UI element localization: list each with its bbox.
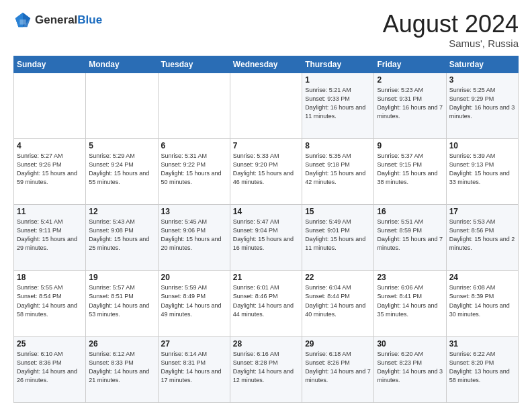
weekday-header-wednesday: Wednesday xyxy=(230,56,302,73)
month-year: August 2024 xyxy=(383,11,519,38)
day-info: Sunrise: 5:45 AMSunset: 9:06 PMDaylight:… xyxy=(161,218,227,253)
day-info: Sunrise: 6:16 AMSunset: 8:28 PMDaylight:… xyxy=(233,350,299,385)
calendar-week-4: 18Sunrise: 5:55 AMSunset: 8:54 PMDayligh… xyxy=(14,271,519,336)
day-info: Sunrise: 5:51 AMSunset: 8:59 PMDaylight:… xyxy=(377,218,443,253)
day-number: 2 xyxy=(377,75,443,85)
day-number: 10 xyxy=(449,141,515,150)
day-number: 31 xyxy=(449,339,515,349)
svg-rect-3 xyxy=(19,19,26,24)
day-info: Sunrise: 6:20 AMSunset: 8:23 PMDaylight:… xyxy=(377,350,443,385)
day-number: 29 xyxy=(305,339,371,349)
day-number: 6 xyxy=(161,141,227,150)
day-info: Sunrise: 5:35 AMSunset: 9:18 PMDaylight:… xyxy=(305,152,371,187)
logo-text: GeneralBlue xyxy=(35,14,102,27)
calendar-cell: 6Sunrise: 5:31 AMSunset: 9:22 PMDaylight… xyxy=(158,138,230,204)
day-number: 18 xyxy=(17,273,83,282)
day-number: 15 xyxy=(305,207,371,216)
location: Samus', Russia xyxy=(383,38,519,49)
calendar-cell: 15Sunrise: 5:49 AMSunset: 9:01 PMDayligh… xyxy=(302,205,374,271)
day-number: 17 xyxy=(449,207,515,216)
day-number: 26 xyxy=(89,339,154,349)
calendar-week-3: 11Sunrise: 5:41 AMSunset: 9:11 PMDayligh… xyxy=(14,205,519,271)
logo: GeneralBlue xyxy=(13,11,102,30)
calendar-cell: 24Sunrise: 6:08 AMSunset: 8:39 PMDayligh… xyxy=(446,271,518,336)
day-number: 25 xyxy=(17,339,83,349)
calendar-cell: 4Sunrise: 5:27 AMSunset: 9:26 PMDaylight… xyxy=(14,138,86,204)
day-info: Sunrise: 6:12 AMSunset: 8:33 PMDaylight:… xyxy=(89,350,154,385)
day-number: 27 xyxy=(161,339,227,349)
calendar-cell xyxy=(14,73,86,138)
calendar-cell: 29Sunrise: 6:18 AMSunset: 8:26 PMDayligh… xyxy=(302,336,374,402)
day-info: Sunrise: 5:59 AMSunset: 8:49 PMDaylight:… xyxy=(161,283,227,318)
calendar-cell: 17Sunrise: 5:53 AMSunset: 8:56 PMDayligh… xyxy=(446,205,518,271)
calendar-cell: 8Sunrise: 5:35 AMSunset: 9:18 PMDaylight… xyxy=(302,138,374,204)
day-info: Sunrise: 5:23 AMSunset: 9:31 PMDaylight:… xyxy=(377,86,443,121)
title-block: August 2024 Samus', Russia xyxy=(383,11,519,49)
day-info: Sunrise: 5:29 AMSunset: 9:24 PMDaylight:… xyxy=(89,152,154,187)
weekday-header-row: SundayMondayTuesdayWednesdayThursdayFrid… xyxy=(14,56,519,73)
calendar-cell: 21Sunrise: 6:01 AMSunset: 8:46 PMDayligh… xyxy=(230,271,302,336)
day-number: 30 xyxy=(377,339,443,349)
calendar-cell: 18Sunrise: 5:55 AMSunset: 8:54 PMDayligh… xyxy=(14,271,86,336)
calendar-cell: 28Sunrise: 6:16 AMSunset: 8:28 PMDayligh… xyxy=(230,336,302,402)
day-number: 1 xyxy=(305,75,371,85)
calendar-cell: 1Sunrise: 5:21 AMSunset: 9:33 PMDaylight… xyxy=(302,73,374,138)
day-number: 13 xyxy=(161,207,227,216)
day-number: 24 xyxy=(449,273,515,282)
calendar-cell: 23Sunrise: 6:06 AMSunset: 8:41 PMDayligh… xyxy=(374,271,446,336)
day-info: Sunrise: 5:33 AMSunset: 9:20 PMDaylight:… xyxy=(233,152,299,187)
calendar-cell: 7Sunrise: 5:33 AMSunset: 9:20 PMDaylight… xyxy=(230,138,302,204)
calendar-cell: 22Sunrise: 6:04 AMSunset: 8:44 PMDayligh… xyxy=(302,271,374,336)
day-number: 12 xyxy=(89,207,154,216)
calendar-week-2: 4Sunrise: 5:27 AMSunset: 9:26 PMDaylight… xyxy=(14,138,519,204)
day-info: Sunrise: 6:14 AMSunset: 8:31 PMDaylight:… xyxy=(161,350,227,385)
calendar-table: SundayMondayTuesdayWednesdayThursdayFrid… xyxy=(13,56,519,403)
day-info: Sunrise: 5:47 AMSunset: 9:04 PMDaylight:… xyxy=(233,218,299,253)
day-info: Sunrise: 5:41 AMSunset: 9:11 PMDaylight:… xyxy=(17,218,83,253)
day-info: Sunrise: 5:39 AMSunset: 9:13 PMDaylight:… xyxy=(449,152,515,187)
calendar-cell: 25Sunrise: 6:10 AMSunset: 8:36 PMDayligh… xyxy=(14,336,86,402)
calendar-cell: 9Sunrise: 5:37 AMSunset: 9:15 PMDaylight… xyxy=(374,138,446,204)
day-info: Sunrise: 6:10 AMSunset: 8:36 PMDaylight:… xyxy=(17,350,83,385)
logo-icon xyxy=(13,11,32,30)
calendar-cell: 12Sunrise: 5:43 AMSunset: 9:08 PMDayligh… xyxy=(86,205,158,271)
calendar-cell: 11Sunrise: 5:41 AMSunset: 9:11 PMDayligh… xyxy=(14,205,86,271)
day-info: Sunrise: 5:55 AMSunset: 8:54 PMDaylight:… xyxy=(17,283,83,318)
day-number: 5 xyxy=(89,141,154,150)
day-number: 11 xyxy=(17,207,83,216)
logo-general: General xyxy=(35,13,77,26)
logo-blue: Blue xyxy=(77,13,102,26)
day-number: 14 xyxy=(233,207,299,216)
day-info: Sunrise: 6:08 AMSunset: 8:39 PMDaylight:… xyxy=(449,283,515,318)
weekday-header-friday: Friday xyxy=(374,56,446,73)
weekday-header-tuesday: Tuesday xyxy=(158,56,230,73)
calendar-cell: 10Sunrise: 5:39 AMSunset: 9:13 PMDayligh… xyxy=(446,138,518,204)
day-info: Sunrise: 6:01 AMSunset: 8:46 PMDaylight:… xyxy=(233,283,299,318)
day-info: Sunrise: 5:37 AMSunset: 9:15 PMDaylight:… xyxy=(377,152,443,187)
day-info: Sunrise: 5:25 AMSunset: 9:29 PMDaylight:… xyxy=(449,86,515,121)
day-number: 28 xyxy=(233,339,299,349)
day-number: 9 xyxy=(377,141,443,150)
calendar-week-5: 25Sunrise: 6:10 AMSunset: 8:36 PMDayligh… xyxy=(14,336,519,402)
day-number: 22 xyxy=(305,273,371,282)
day-number: 3 xyxy=(449,75,515,85)
weekday-header-monday: Monday xyxy=(86,56,158,73)
day-number: 20 xyxy=(161,273,227,282)
calendar-cell xyxy=(230,73,302,138)
day-number: 8 xyxy=(305,141,371,150)
day-info: Sunrise: 6:06 AMSunset: 8:41 PMDaylight:… xyxy=(377,283,443,318)
calendar-cell: 31Sunrise: 6:22 AMSunset: 8:20 PMDayligh… xyxy=(446,336,518,402)
day-number: 16 xyxy=(377,207,443,216)
day-info: Sunrise: 5:43 AMSunset: 9:08 PMDaylight:… xyxy=(89,218,154,253)
calendar-cell: 3Sunrise: 5:25 AMSunset: 9:29 PMDaylight… xyxy=(446,73,518,138)
day-info: Sunrise: 6:22 AMSunset: 8:20 PMDaylight:… xyxy=(449,350,515,385)
calendar-cell: 30Sunrise: 6:20 AMSunset: 8:23 PMDayligh… xyxy=(374,336,446,402)
calendar-cell: 13Sunrise: 5:45 AMSunset: 9:06 PMDayligh… xyxy=(158,205,230,271)
day-info: Sunrise: 5:57 AMSunset: 8:51 PMDaylight:… xyxy=(89,283,154,318)
day-info: Sunrise: 5:49 AMSunset: 9:01 PMDaylight:… xyxy=(305,218,371,253)
calendar-cell: 26Sunrise: 6:12 AMSunset: 8:33 PMDayligh… xyxy=(86,336,158,402)
day-number: 21 xyxy=(233,273,299,282)
calendar-cell xyxy=(86,73,158,138)
calendar-cell: 2Sunrise: 5:23 AMSunset: 9:31 PMDaylight… xyxy=(374,73,446,138)
weekday-header-thursday: Thursday xyxy=(302,56,374,73)
